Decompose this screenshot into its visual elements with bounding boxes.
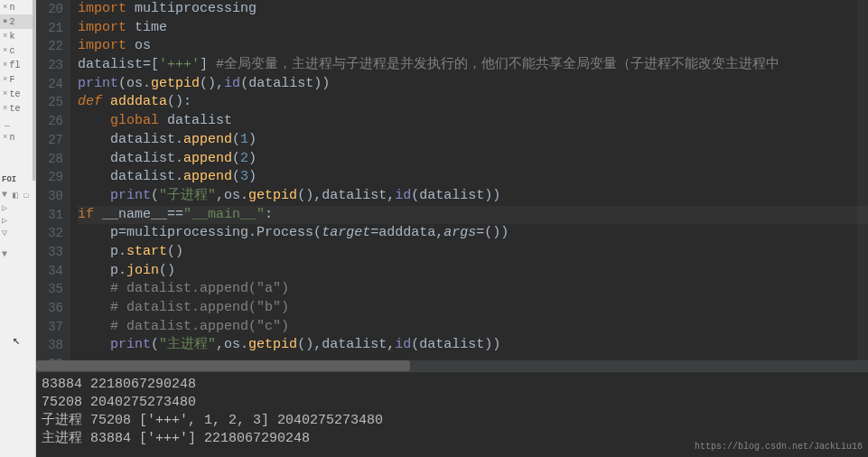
sidebar-tab[interactable]: ×F [0, 72, 35, 87]
tab-label: te [9, 104, 20, 114]
line-number: 27 [47, 131, 63, 150]
play-icon[interactable]: ▷ [2, 215, 11, 224]
sidebar-tab[interactable]: ×te [0, 101, 35, 116]
watermark: https://blog.csdn.net/JackLiu16 [695, 442, 863, 452]
tab-label: n [9, 3, 14, 13]
chevron-down-icon[interactable]: ▼ [2, 190, 11, 199]
close-icon[interactable]: × [3, 46, 7, 55]
close-icon[interactable]: × [3, 3, 7, 12]
tab-label: _ [5, 118, 10, 128]
play-icon[interactable]: ▷ [2, 202, 11, 211]
chevron-down-icon[interactable]: ▼ [2, 249, 11, 258]
line-number: 21 [47, 19, 63, 38]
line-number: 25 [47, 93, 63, 112]
folders-label: FOI [0, 172, 35, 188]
horizontal-scrollbar[interactable] [36, 360, 868, 371]
line-number: 20 [47, 0, 63, 19]
sidebar-scrollbar[interactable] [33, 0, 36, 181]
close-icon[interactable]: × [3, 61, 7, 70]
panel-icon[interactable]: ◧ [13, 190, 22, 199]
tab-label: n [9, 133, 14, 143]
triangle-down-icon[interactable]: ▽ [2, 228, 11, 237]
line-number: 22 [47, 37, 63, 56]
terminal-line: 子进程 75208 ['+++', 1, 2, 3] 2040275273480 [42, 412, 863, 430]
line-number: 23 [47, 56, 63, 75]
line-number: 35 [47, 280, 63, 299]
close-icon[interactable]: × [3, 104, 7, 113]
sidebar-tab[interactable]: ×fl [0, 58, 35, 72]
minimap-scrollbar[interactable] [857, 0, 868, 360]
code-editor[interactable]: 20 21 22 23 24 25 26 27 28 29 30 31 32 3… [36, 0, 868, 360]
tab-label: te [9, 89, 20, 99]
code-content[interactable]: import multiprocessing import time impor… [70, 0, 868, 360]
sidebar-tab[interactable]: ×c [0, 43, 35, 58]
sidebar-tab[interactable]: ×te [0, 87, 35, 101]
sidebar-tab[interactable]: ×k [0, 29, 35, 43]
terminal-line: 83884 2218067290248 [42, 376, 863, 394]
tab-label: fl [9, 61, 20, 70]
sidebar: ×n ●2 ×k ×c ×fl ×F ×te ×te _ ×n FOI ▼ ◧ … [0, 0, 36, 457]
close-icon[interactable]: × [3, 75, 7, 84]
close-icon[interactable]: × [3, 133, 7, 142]
tab-label: k [9, 32, 14, 42]
line-number: 32 [47, 224, 63, 243]
tab-label: c [9, 46, 14, 56]
line-number: 28 [47, 150, 63, 169]
line-number: 31 [47, 206, 63, 225]
line-number: 34 [47, 262, 63, 281]
scrollbar-thumb[interactable] [36, 360, 410, 371]
dirty-icon[interactable]: ● [3, 17, 7, 26]
sidebar-tab[interactable]: ×n [0, 130, 35, 145]
sidebar-tab[interactable]: ×n [0, 0, 35, 14]
line-number: 26 [47, 112, 63, 131]
line-number: 38 [47, 336, 63, 355]
line-number: 36 [47, 299, 63, 318]
tab-label: 2 [9, 17, 14, 27]
line-number: 37 [47, 318, 63, 337]
line-number: 30 [47, 187, 63, 206]
sidebar-tab[interactable]: _ [0, 116, 35, 130]
line-number: 29 [47, 168, 63, 187]
terminal-line: 75208 2040275273480 [42, 394, 863, 412]
tab-label: F [9, 75, 14, 85]
close-icon[interactable]: × [3, 32, 7, 41]
line-number: 24 [47, 75, 63, 94]
line-number: 33 [47, 243, 63, 262]
close-icon[interactable]: × [3, 89, 7, 98]
sidebar-tab[interactable]: ●2 [0, 14, 35, 29]
sidebar-toolbar: ▼ ◧ ☐ [0, 188, 35, 201]
gutter: 20 21 22 23 24 25 26 27 28 29 30 31 32 3… [36, 0, 70, 360]
square-icon[interactable]: ☐ [23, 190, 33, 199]
